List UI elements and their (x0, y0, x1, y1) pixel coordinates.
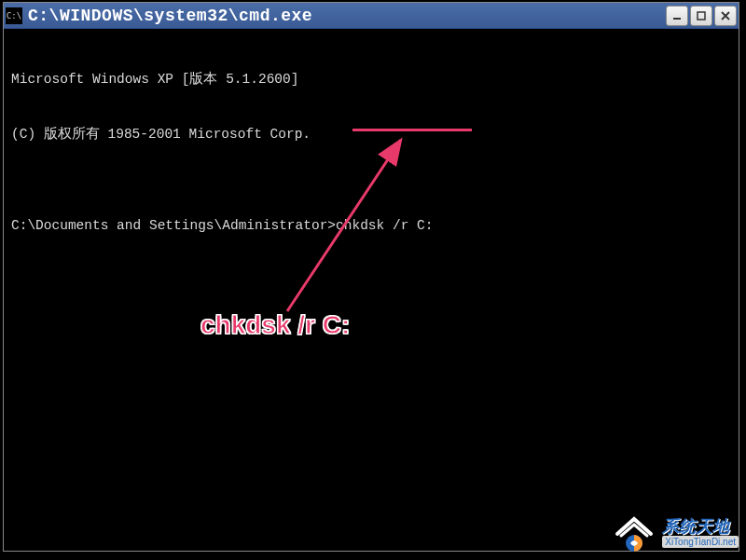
watermark-text: 系统天地 XiTongTianDi.net (662, 518, 739, 549)
watermark-name-en: XiTongTianDi.net (662, 536, 739, 548)
minimize-icon (671, 10, 683, 21)
terminal-prompt: C:\Documents and Settings\Administrator> (11, 218, 336, 233)
terminal-prompt-line: C:\Documents and Settings\Administrator>… (11, 217, 731, 236)
watermark-house-icon (612, 513, 656, 553)
close-icon (720, 10, 731, 21)
maximize-icon (696, 10, 707, 21)
svg-rect-0 (673, 18, 681, 20)
minimize-button[interactable] (666, 6, 688, 26)
watermark: 系统天地 XiTongTianDi.net (612, 513, 739, 553)
maximize-button[interactable] (690, 6, 712, 26)
annotation-underline (352, 129, 472, 131)
close-button[interactable] (714, 6, 737, 26)
terminal-line-version: Microsoft Windows XP [版本 5.1.2600] (11, 71, 731, 89)
terminal-command: chkdsk /r C: (336, 218, 433, 233)
watermark-name-cn: 系统天地 (662, 518, 739, 537)
annotation-label: chkdsk /r C: (200, 310, 350, 340)
cmd-window: C:\ C:\WINDOWS\system32\cmd.exe Microsof… (3, 2, 739, 552)
title-bar[interactable]: C:\ C:\WINDOWS\system32\cmd.exe (4, 3, 739, 29)
window-title: C:\WINDOWS\system32\cmd.exe (28, 7, 666, 25)
window-controls (666, 6, 737, 26)
cmd-icon: C:\ (6, 7, 22, 24)
terminal-output[interactable]: Microsoft Windows XP [版本 5.1.2600] (C) 版… (4, 29, 739, 277)
svg-rect-1 (698, 12, 705, 20)
